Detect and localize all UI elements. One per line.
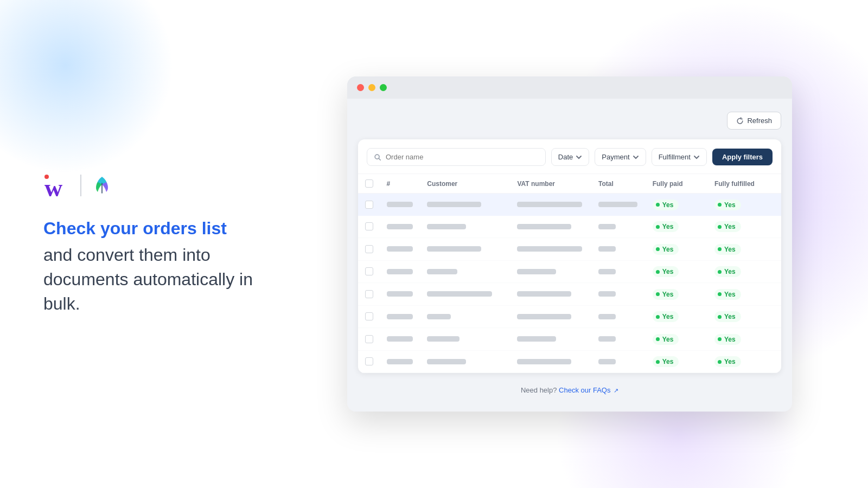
skeleton-bar xyxy=(598,314,616,319)
skeleton-bar xyxy=(427,359,466,364)
skeleton-bar xyxy=(517,224,571,229)
skeleton-bar xyxy=(387,202,413,207)
w-logo: w xyxy=(43,174,72,197)
badge-dot xyxy=(718,337,722,341)
fully-paid-badge: Yes xyxy=(653,289,679,300)
badge-dot xyxy=(656,203,660,207)
badge-yes-label: Yes xyxy=(724,201,736,209)
table-row[interactable]: Yes Yes xyxy=(358,305,781,328)
fully-paid-badge: Yes xyxy=(653,200,679,210)
badge-dot xyxy=(656,337,660,341)
search-input[interactable] xyxy=(386,153,539,161)
refresh-button[interactable]: Refresh xyxy=(727,112,781,130)
skeleton-bar xyxy=(517,314,571,319)
skeleton-bar xyxy=(517,291,571,297)
apply-filters-button[interactable]: Apply filters xyxy=(712,149,773,165)
fully-paid-badge: Yes xyxy=(653,221,679,232)
badge-dot xyxy=(656,292,660,296)
logo-row: w xyxy=(43,172,271,198)
skeleton-bar xyxy=(387,291,413,297)
svg-text:w: w xyxy=(44,174,62,197)
badge-dot xyxy=(718,292,722,296)
col-header-total: Total xyxy=(592,174,646,194)
chevron-down-icon-2 xyxy=(633,154,639,160)
table-row[interactable]: Yes Yes xyxy=(358,238,781,261)
skeleton-bar xyxy=(598,246,616,252)
row-checkbox[interactable] xyxy=(365,222,373,230)
skeleton-bar xyxy=(427,269,457,274)
traffic-light-yellow[interactable] xyxy=(368,84,375,91)
chevron-down-icon xyxy=(576,154,582,160)
fully-paid-badge: Yes xyxy=(653,334,679,345)
skeleton-bar xyxy=(387,224,413,229)
row-checkbox[interactable] xyxy=(365,335,373,343)
select-all-checkbox[interactable] xyxy=(365,179,373,188)
skeleton-bar xyxy=(598,336,616,342)
external-link-icon: ↗ xyxy=(614,387,618,394)
row-checkbox[interactable] xyxy=(365,290,373,298)
col-header-paid: Fully paid xyxy=(646,174,708,194)
row-checkbox[interactable] xyxy=(365,267,373,275)
refresh-label: Refresh xyxy=(747,117,772,125)
w-logo-svg: w xyxy=(43,174,72,197)
date-filter-button[interactable]: Date xyxy=(551,148,589,166)
badge-dot xyxy=(718,360,722,364)
faq-label: Check our FAQs xyxy=(559,386,610,394)
table-row[interactable]: Yes Yes xyxy=(358,350,781,373)
skeleton-bar xyxy=(387,246,413,252)
skeleton-bar xyxy=(427,224,466,229)
skeleton-bar xyxy=(387,269,413,274)
skeleton-bar xyxy=(598,269,616,274)
skeleton-bar xyxy=(427,314,451,319)
orders-table: # Customer VAT number Total Fully paid F… xyxy=(358,174,781,373)
search-box[interactable] xyxy=(367,148,546,166)
fully-fulfilled-badge: Yes xyxy=(714,356,741,367)
fully-fulfilled-badge: Yes xyxy=(714,200,741,210)
table-row[interactable]: Yes Yes xyxy=(358,216,781,238)
traffic-light-red[interactable] xyxy=(357,84,364,91)
row-checkbox[interactable] xyxy=(365,245,373,253)
row-checkbox[interactable] xyxy=(365,357,373,365)
fully-fulfilled-badge: Yes xyxy=(714,266,741,277)
traffic-light-green[interactable] xyxy=(380,84,387,91)
browser-window: Refresh xyxy=(347,76,792,412)
filter-row: Date Payment Fulfillment xyxy=(358,139,781,174)
table-row[interactable]: Yes Yes xyxy=(358,328,781,351)
fully-fulfilled-badge: Yes xyxy=(714,244,741,255)
skeleton-bar xyxy=(517,269,556,274)
left-panel: w Check your orders list and convert the… xyxy=(43,172,271,316)
skeleton-bar xyxy=(427,202,481,207)
table-row[interactable]: Yes Yes xyxy=(358,194,781,216)
badge-dot xyxy=(718,270,722,274)
table-card: Date Payment Fulfillment xyxy=(358,139,781,373)
skeleton-bar xyxy=(517,246,582,252)
skeleton-bar xyxy=(427,336,459,342)
search-icon xyxy=(374,153,381,161)
right-panel: Refresh xyxy=(315,76,825,412)
badge-dot xyxy=(656,315,660,319)
chevron-down-icon-3 xyxy=(693,154,700,160)
fulfillment-filter-button[interactable]: Fulfillment xyxy=(652,148,707,166)
row-checkbox[interactable] xyxy=(365,201,373,209)
date-filter-label: Date xyxy=(558,153,573,161)
col-header-num: # xyxy=(380,174,421,194)
payment-filter-button[interactable]: Payment xyxy=(595,148,646,166)
svg-line-3 xyxy=(379,158,380,160)
badge-dot xyxy=(718,225,722,229)
fully-fulfilled-badge: Yes xyxy=(714,289,741,300)
fully-paid-badge: Yes xyxy=(653,244,679,255)
faq-link[interactable]: Check our FAQs ↗ xyxy=(559,386,618,394)
browser-body: Refresh xyxy=(347,99,792,412)
col-header-fulfilled: Fully fulfilled xyxy=(708,174,781,194)
row-checkbox[interactable] xyxy=(365,312,373,320)
fully-paid-badge: Yes xyxy=(653,311,679,322)
col-header-customer: Customer xyxy=(420,174,510,194)
fully-fulfilled-badge: Yes xyxy=(714,334,741,345)
table-row[interactable]: Yes Yes xyxy=(358,260,781,283)
headline: Check your orders list xyxy=(43,218,271,239)
table-row[interactable]: Yes Yes xyxy=(358,283,781,306)
skeleton-bar xyxy=(387,314,413,319)
payment-filter-label: Payment xyxy=(602,153,629,161)
skeleton-bar xyxy=(387,359,413,364)
skeleton-bar xyxy=(598,224,616,229)
